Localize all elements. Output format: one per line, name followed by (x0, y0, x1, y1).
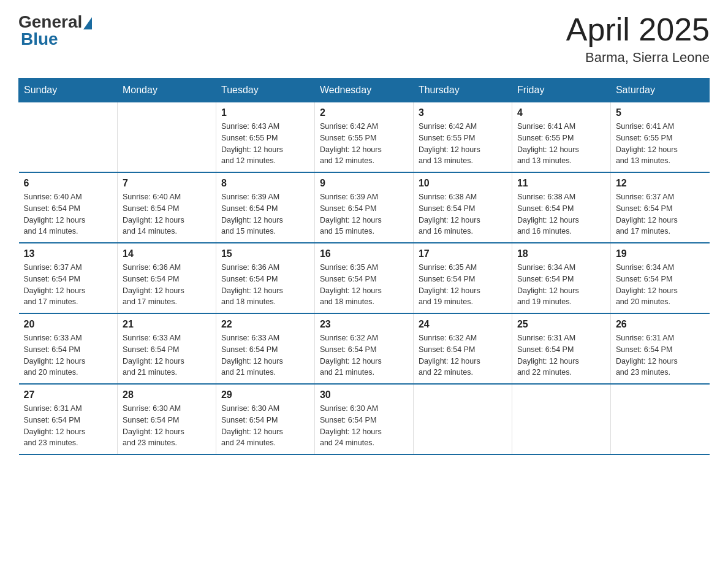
day-info: Sunrise: 6:37 AM Sunset: 6:54 PM Dayligh… (616, 191, 705, 237)
day-info: Sunrise: 6:40 AM Sunset: 6:54 PM Dayligh… (123, 191, 211, 237)
day-number: 2 (320, 107, 408, 118)
calendar-cell: 1Sunrise: 6:43 AM Sunset: 6:55 PM Daylig… (216, 102, 314, 173)
calendar-cell: 20Sunrise: 6:33 AM Sunset: 6:54 PM Dayli… (19, 313, 118, 384)
logo-triangle-icon (83, 17, 92, 29)
day-number: 9 (320, 178, 408, 189)
logo-blue-text: Blue (21, 29, 58, 49)
calendar-cell: 17Sunrise: 6:35 AM Sunset: 6:54 PM Dayli… (413, 243, 512, 313)
calendar-cell: 10Sunrise: 6:38 AM Sunset: 6:54 PM Dayli… (413, 172, 512, 243)
day-info: Sunrise: 6:33 AM Sunset: 6:54 PM Dayligh… (24, 332, 112, 378)
calendar-cell: 19Sunrise: 6:34 AM Sunset: 6:54 PM Dayli… (610, 243, 709, 313)
day-info: Sunrise: 6:33 AM Sunset: 6:54 PM Dayligh… (221, 332, 309, 378)
calendar-cell: 2Sunrise: 6:42 AM Sunset: 6:55 PM Daylig… (314, 102, 413, 173)
day-info: Sunrise: 6:30 AM Sunset: 6:54 PM Dayligh… (123, 403, 211, 449)
day-number: 16 (320, 248, 408, 259)
day-info: Sunrise: 6:42 AM Sunset: 6:55 PM Dayligh… (320, 121, 408, 167)
calendar-cell (117, 102, 216, 173)
day-info: Sunrise: 6:41 AM Sunset: 6:55 PM Dayligh… (517, 121, 605, 167)
day-info: Sunrise: 6:33 AM Sunset: 6:54 PM Dayligh… (123, 332, 211, 378)
calendar-week-row: 20Sunrise: 6:33 AM Sunset: 6:54 PM Dayli… (19, 313, 710, 384)
weekday-header-sunday: Sunday (19, 79, 118, 102)
day-number: 3 (419, 107, 507, 118)
calendar-cell: 18Sunrise: 6:34 AM Sunset: 6:54 PM Dayli… (512, 243, 610, 313)
weekday-header-wednesday: Wednesday (314, 79, 413, 102)
calendar-cell: 3Sunrise: 6:42 AM Sunset: 6:55 PM Daylig… (413, 102, 512, 173)
calendar-cell: 15Sunrise: 6:36 AM Sunset: 6:54 PM Dayli… (216, 243, 314, 313)
day-number: 14 (123, 248, 211, 259)
day-info: Sunrise: 6:32 AM Sunset: 6:54 PM Dayligh… (320, 332, 408, 378)
day-number: 24 (419, 319, 507, 330)
calendar-week-row: 1Sunrise: 6:43 AM Sunset: 6:55 PM Daylig… (19, 102, 710, 173)
weekday-header-monday: Monday (117, 79, 216, 102)
day-info: Sunrise: 6:31 AM Sunset: 6:54 PM Dayligh… (517, 332, 605, 378)
day-number: 17 (419, 248, 507, 259)
calendar-cell: 21Sunrise: 6:33 AM Sunset: 6:54 PM Dayli… (117, 313, 216, 384)
calendar-cell: 29Sunrise: 6:30 AM Sunset: 6:54 PM Dayli… (216, 384, 314, 454)
calendar-week-row: 6Sunrise: 6:40 AM Sunset: 6:54 PM Daylig… (19, 172, 710, 243)
day-info: Sunrise: 6:35 AM Sunset: 6:54 PM Dayligh… (320, 262, 408, 308)
weekday-header-saturday: Saturday (610, 79, 709, 102)
day-info: Sunrise: 6:38 AM Sunset: 6:54 PM Dayligh… (419, 191, 507, 237)
day-number: 10 (419, 178, 507, 189)
calendar-cell: 5Sunrise: 6:41 AM Sunset: 6:55 PM Daylig… (610, 102, 709, 173)
location-title: Barma, Sierra Leone (566, 50, 710, 66)
calendar-cell (512, 384, 610, 454)
day-number: 8 (221, 178, 309, 189)
calendar-cell: 26Sunrise: 6:31 AM Sunset: 6:54 PM Dayli… (610, 313, 709, 384)
weekday-header-tuesday: Tuesday (216, 79, 314, 102)
calendar-week-row: 27Sunrise: 6:31 AM Sunset: 6:54 PM Dayli… (19, 384, 710, 454)
day-number: 12 (616, 178, 705, 189)
calendar-cell: 30Sunrise: 6:30 AM Sunset: 6:54 PM Dayli… (314, 384, 413, 454)
day-number: 11 (517, 178, 605, 189)
title-section: April 2025 Barma, Sierra Leone (566, 12, 710, 66)
month-title: April 2025 (566, 12, 710, 47)
day-number: 18 (517, 248, 605, 259)
weekday-header-thursday: Thursday (413, 79, 512, 102)
calendar-cell: 12Sunrise: 6:37 AM Sunset: 6:54 PM Dayli… (610, 172, 709, 243)
day-number: 15 (221, 248, 309, 259)
day-info: Sunrise: 6:41 AM Sunset: 6:55 PM Dayligh… (616, 121, 705, 167)
day-info: Sunrise: 6:36 AM Sunset: 6:54 PM Dayligh… (123, 262, 211, 308)
day-number: 4 (517, 107, 605, 118)
day-number: 23 (320, 319, 408, 330)
day-number: 1 (221, 107, 309, 118)
calendar-table: SundayMondayTuesdayWednesdayThursdayFrid… (18, 78, 710, 455)
day-number: 27 (24, 389, 112, 400)
day-info: Sunrise: 6:35 AM Sunset: 6:54 PM Dayligh… (419, 262, 507, 308)
calendar-cell: 28Sunrise: 6:30 AM Sunset: 6:54 PM Dayli… (117, 384, 216, 454)
day-number: 30 (320, 389, 408, 400)
weekday-header-row: SundayMondayTuesdayWednesdayThursdayFrid… (19, 79, 710, 102)
day-number: 6 (24, 178, 112, 189)
calendar-cell (413, 384, 512, 454)
day-info: Sunrise: 6:43 AM Sunset: 6:55 PM Dayligh… (221, 121, 309, 167)
calendar-cell (610, 384, 709, 454)
day-number: 7 (123, 178, 211, 189)
calendar-cell: 7Sunrise: 6:40 AM Sunset: 6:54 PM Daylig… (117, 172, 216, 243)
page-header: General Blue April 2025 Barma, Sierra Le… (18, 12, 710, 66)
day-info: Sunrise: 6:38 AM Sunset: 6:54 PM Dayligh… (517, 191, 605, 237)
calendar-cell: 14Sunrise: 6:36 AM Sunset: 6:54 PM Dayli… (117, 243, 216, 313)
calendar-cell: 16Sunrise: 6:35 AM Sunset: 6:54 PM Dayli… (314, 243, 413, 313)
calendar-cell: 11Sunrise: 6:38 AM Sunset: 6:54 PM Dayli… (512, 172, 610, 243)
calendar-header: SundayMondayTuesdayWednesdayThursdayFrid… (19, 79, 710, 102)
calendar-cell: 9Sunrise: 6:39 AM Sunset: 6:54 PM Daylig… (314, 172, 413, 243)
day-info: Sunrise: 6:30 AM Sunset: 6:54 PM Dayligh… (221, 403, 309, 449)
day-number: 20 (24, 319, 112, 330)
day-number: 21 (123, 319, 211, 330)
day-number: 22 (221, 319, 309, 330)
calendar-cell: 4Sunrise: 6:41 AM Sunset: 6:55 PM Daylig… (512, 102, 610, 173)
calendar-cell: 8Sunrise: 6:39 AM Sunset: 6:54 PM Daylig… (216, 172, 314, 243)
day-info: Sunrise: 6:42 AM Sunset: 6:55 PM Dayligh… (419, 121, 507, 167)
calendar-cell: 6Sunrise: 6:40 AM Sunset: 6:54 PM Daylig… (19, 172, 118, 243)
day-info: Sunrise: 6:30 AM Sunset: 6:54 PM Dayligh… (320, 403, 408, 449)
day-number: 29 (221, 389, 309, 400)
day-info: Sunrise: 6:37 AM Sunset: 6:54 PM Dayligh… (24, 262, 112, 308)
calendar-cell: 25Sunrise: 6:31 AM Sunset: 6:54 PM Dayli… (512, 313, 610, 384)
calendar-week-row: 13Sunrise: 6:37 AM Sunset: 6:54 PM Dayli… (19, 243, 710, 313)
weekday-header-friday: Friday (512, 79, 610, 102)
day-info: Sunrise: 6:39 AM Sunset: 6:54 PM Dayligh… (320, 191, 408, 237)
day-info: Sunrise: 6:34 AM Sunset: 6:54 PM Dayligh… (616, 262, 705, 308)
day-info: Sunrise: 6:36 AM Sunset: 6:54 PM Dayligh… (221, 262, 309, 308)
day-info: Sunrise: 6:40 AM Sunset: 6:54 PM Dayligh… (24, 191, 112, 237)
day-number: 28 (123, 389, 211, 400)
